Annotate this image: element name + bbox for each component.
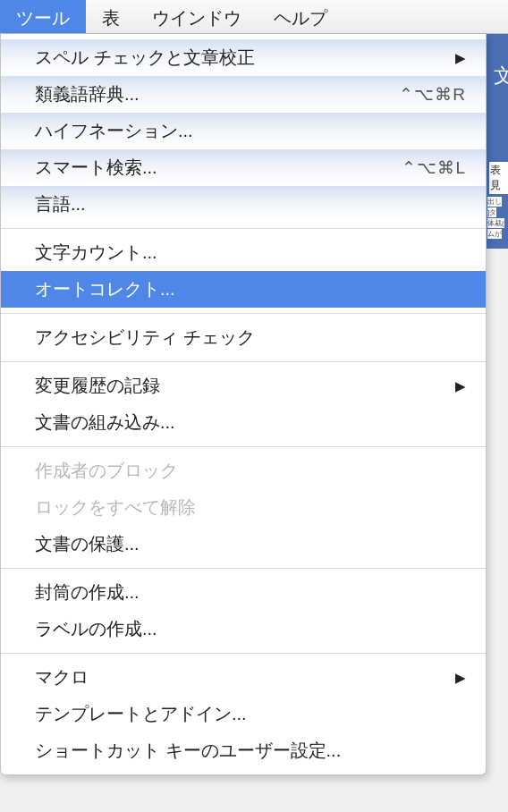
background-cutoff-text: 文	[494, 63, 508, 89]
menu-item-label: ハイフネーション...	[35, 119, 466, 143]
background-tiny-text: ムが	[487, 229, 502, 239]
menu-item-shortcut: ⌃⌥⌘L	[402, 157, 466, 178]
submenu-arrow-icon: ▶	[455, 670, 466, 686]
menu-item-label: 変更履歴の記録	[35, 374, 446, 398]
menu-item[interactable]: 文書の組み込み...	[1, 404, 486, 441]
submenu-arrow-icon: ▶	[455, 378, 466, 394]
menu-gradient-section: スペル チェックと文章校正▶類義語辞典...⌃⌥⌘Rハイフネーション...スマー…	[1, 39, 486, 223]
menu-item-label: 作成者のブロック	[35, 459, 466, 483]
menu-item[interactable]: ラベルの作成...	[1, 611, 486, 647]
menu-separator	[1, 446, 486, 447]
background-tiny-text: ]タ	[487, 207, 496, 217]
menu-item-label: 類義語辞典...	[35, 82, 399, 106]
menu-separator	[1, 653, 486, 654]
menu-item[interactable]: ショートカット キーのユーザー設定...	[1, 732, 486, 769]
menu-separator	[1, 228, 486, 229]
menu-separator	[1, 361, 486, 362]
menu-item[interactable]: 言語...	[1, 186, 486, 223]
menubar: ツール表ウインドウヘルプ	[0, 0, 508, 34]
tools-dropdown-menu: スペル チェックと文章校正▶類義語辞典...⌃⌥⌘Rハイフネーション...スマー…	[0, 34, 487, 775]
background-tiny-text: 出し	[487, 197, 502, 207]
menubar-item-1[interactable]: 表	[86, 0, 136, 33]
submenu-arrow-icon: ▶	[455, 50, 466, 66]
background-side-label: 表見	[489, 162, 508, 194]
menu-item-label: テンプレートとアドイン...	[35, 702, 466, 726]
menu-item[interactable]: スマート検索...⌃⌥⌘L	[1, 149, 486, 186]
menu-item[interactable]: ハイフネーション...	[1, 113, 486, 149]
menu-item[interactable]: オートコレクト...	[1, 271, 486, 308]
menubar-item-3[interactable]: ヘルプ	[258, 0, 343, 33]
menu-item-shortcut: ⌃⌥⌘R	[399, 84, 466, 105]
menubar-item-2[interactable]: ウインドウ	[136, 0, 258, 33]
menu-item-label: 言語...	[35, 192, 466, 216]
menu-item-label: 封筒の作成...	[35, 580, 466, 605]
menu-item: ロックをすべて解除	[1, 489, 486, 526]
menu-item-label: マクロ	[35, 665, 446, 689]
menu-item-label: 文書の組み込み...	[35, 410, 466, 435]
menu-item-label: ロックをすべて解除	[35, 495, 466, 520]
menu-item[interactable]: 文書の保護...	[1, 526, 486, 562]
menu-item[interactable]: アクセシビリティ チェック	[1, 319, 486, 356]
menu-separator	[1, 568, 486, 569]
menu-item[interactable]: 封筒の作成...	[1, 574, 486, 611]
menu-item-label: ショートカット キーのユーザー設定...	[35, 739, 466, 763]
menu-item-label: スペル チェックと文章校正	[35, 46, 446, 70]
menu-item[interactable]: スペル チェックと文章校正▶	[1, 39, 486, 76]
menu-item[interactable]: 変更履歴の記録▶	[1, 368, 486, 404]
menu-item-label: スマート検索...	[35, 156, 402, 180]
menu-item-label: 文書の保護...	[35, 532, 466, 556]
menu-item-label: 文字カウント...	[35, 241, 466, 265]
background-tiny-text: 体裁(	[487, 218, 504, 228]
menu-item[interactable]: テンプレートとアドイン...	[1, 696, 486, 732]
menu-item[interactable]: マクロ▶	[1, 659, 486, 696]
menu-item: 作成者のブロック	[1, 453, 486, 489]
menu-separator	[1, 313, 486, 314]
menubar-item-0[interactable]: ツール	[0, 0, 86, 33]
menu-item-label: ラベルの作成...	[35, 617, 466, 641]
menu-item-label: オートコレクト...	[35, 277, 466, 301]
menu-item[interactable]: 類義語辞典...⌃⌥⌘R	[1, 76, 486, 113]
menu-item-label: アクセシビリティ チェック	[35, 326, 466, 350]
menu-item[interactable]: 文字カウント...	[1, 234, 486, 271]
